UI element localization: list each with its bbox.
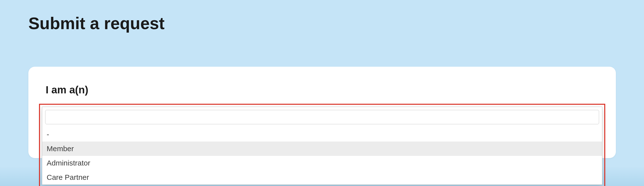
- role-option-care-partner[interactable]: Care Partner: [42, 170, 602, 184]
- page-title: Submit a request: [28, 15, 165, 32]
- role-option-administrator[interactable]: Administrator: [42, 156, 602, 170]
- role-dropdown-search-input[interactable]: [45, 110, 599, 124]
- role-dropdown-panel: - Member Administrator Care Partner: [42, 107, 602, 185]
- role-dropdown-list[interactable]: - Member Administrator Care Partner: [42, 127, 602, 184]
- role-option-member[interactable]: Member: [42, 141, 602, 156]
- role-option-blank[interactable]: -: [42, 127, 602, 141]
- role-field-label: I am a(n): [46, 84, 598, 96]
